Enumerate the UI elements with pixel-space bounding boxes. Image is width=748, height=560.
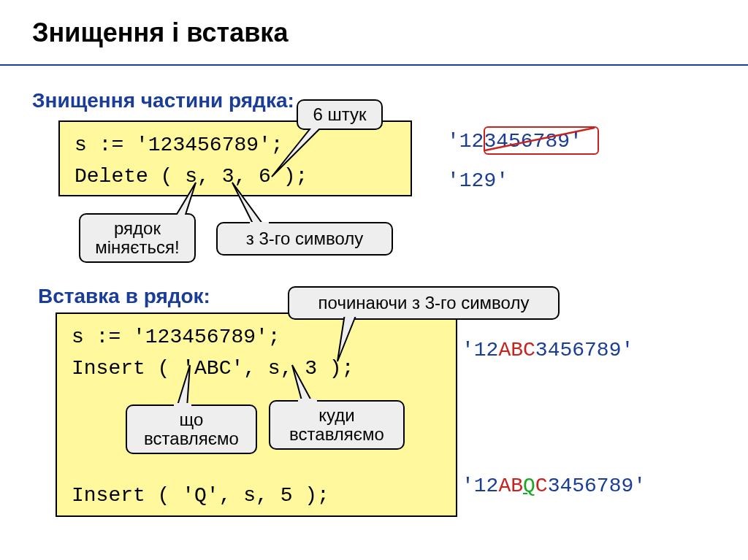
callout-where-tail — [289, 365, 318, 403]
callout-string-changes: рядок міняється! — [79, 213, 196, 263]
callout-from3-tail — [232, 183, 269, 226]
callout-6-tail — [270, 126, 329, 177]
svg-rect-4 — [172, 215, 188, 220]
svg-marker-3 — [174, 183, 196, 219]
callout-start-3rd: починаючи з 3-го символу — [288, 286, 560, 320]
svg-marker-11 — [292, 365, 313, 403]
callout-changes-tail — [174, 183, 203, 219]
r4-red1: AB — [498, 475, 523, 497]
strike-line — [484, 126, 596, 152]
heading-delete: Знищення частини рядка: — [32, 89, 294, 112]
insert-result-1: '12ABC3456789' — [462, 339, 633, 361]
callout-start3-tail — [337, 314, 374, 361]
svg-marker-7 — [337, 314, 356, 361]
r3-pre: '12 — [462, 339, 498, 361]
slide-title: Знищення і вставка — [32, 18, 288, 48]
r4-pre: '12 — [462, 475, 498, 497]
delete-result-after: '129' — [447, 169, 508, 192]
svg-rect-2 — [308, 123, 329, 129]
svg-marker-5 — [232, 183, 264, 226]
callout-what-insert: що вставляємо — [126, 404, 257, 454]
svg-marker-9 — [177, 365, 190, 407]
title-rule — [0, 64, 748, 66]
callout-from-3rd: з 3-го символу — [216, 222, 393, 256]
heading-insert: Вставка в рядок: — [38, 285, 210, 308]
insert-result-2: '12ABQC3456789' — [462, 475, 646, 497]
r3-post: 3456789' — [535, 339, 633, 361]
svg-line-0 — [485, 128, 595, 150]
r4-green: Q — [523, 475, 535, 497]
svg-marker-1 — [272, 126, 323, 177]
svg-rect-12 — [298, 399, 317, 404]
r4-red2: C — [535, 475, 548, 497]
callout-what-tail — [177, 365, 206, 407]
r4-post: 3456789' — [548, 475, 646, 497]
callout-where-insert: куди вставляємо — [269, 400, 405, 450]
svg-rect-8 — [340, 311, 361, 317]
r3-mid: ABC — [498, 339, 535, 361]
svg-rect-10 — [174, 403, 191, 409]
svg-rect-6 — [250, 222, 269, 228]
